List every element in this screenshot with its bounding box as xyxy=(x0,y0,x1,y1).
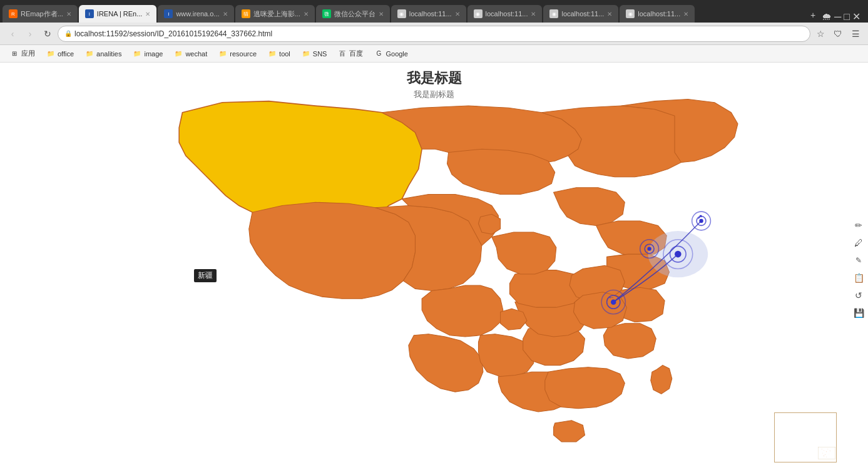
bookmark-star-icon[interactable]: ☆ xyxy=(813,26,828,41)
browser-tab-tab8[interactable]: ◉ localhost:11... ✕ xyxy=(543,5,618,23)
map-sub-title: 我是副标题 xyxy=(0,89,868,100)
bookmark-icon: 📁 xyxy=(174,49,183,58)
mini-map xyxy=(774,412,837,462)
back-button[interactable]: ‹ xyxy=(5,26,20,41)
tab-close-icon[interactable]: ✕ xyxy=(145,11,150,18)
browser-tab-tab5[interactable]: 微 微信公众平台 ✕ xyxy=(316,5,390,23)
node-1-arrow: ← xyxy=(608,294,615,301)
tab-close-icon[interactable]: ✕ xyxy=(66,11,71,18)
browser-tab-tab6[interactable]: ◉ localhost:11... ✕ xyxy=(391,5,466,23)
tab-close-icon[interactable]: ✕ xyxy=(531,11,536,18)
tab-close-icon[interactable]: ✕ xyxy=(304,11,309,18)
bookmark-image[interactable]: 📁 image xyxy=(128,47,168,61)
mini-map-svg xyxy=(775,413,836,462)
bookmark-icon: 📁 xyxy=(46,49,55,58)
tab-favicon: ◉ xyxy=(474,9,483,18)
browser-tab-tab7[interactable]: ◉ localhost:11... ✕ xyxy=(467,5,543,23)
tab-favicon: ◉ xyxy=(397,9,406,18)
sichuan[interactable] xyxy=(422,285,503,337)
taiwan[interactable] xyxy=(651,365,672,394)
tab-favicon: I xyxy=(164,9,173,18)
ningxia[interactable] xyxy=(478,214,500,234)
bookmark-label: tool xyxy=(279,50,290,58)
tab-title: 微信公众平台 xyxy=(334,9,375,19)
new-tab-button[interactable]: + xyxy=(805,8,820,23)
bookmark-wechat[interactable]: 📁 wechat xyxy=(169,47,212,61)
guangdong[interactable] xyxy=(545,367,625,409)
nav-bar: ‹ › ↻ 🔒 localhost:11592/session/ID_20161… xyxy=(0,23,868,45)
close-button[interactable]: ✕ xyxy=(852,11,860,23)
pencil-icon[interactable]: ✎ xyxy=(851,253,866,268)
document-icon[interactable]: 📋 xyxy=(851,270,866,285)
browser-tab-tab1[interactable]: R REmap作者... ✕ xyxy=(3,5,78,23)
tab-title: 逃咪爱上海影... xyxy=(253,9,300,19)
tab-close-icon[interactable]: ✕ xyxy=(379,11,384,18)
bookmark-office[interactable]: 📁 office xyxy=(41,47,79,61)
bookmark-label: SNS xyxy=(313,50,327,58)
maximize-button[interactable]: □ xyxy=(844,11,850,23)
fujian[interactable] xyxy=(603,324,656,359)
tab-title: localhost:11... xyxy=(409,10,452,18)
address-bar[interactable]: 🔒 localhost:11592/session/ID_20161015192… xyxy=(58,26,810,42)
extensions-icon[interactable]: 🛡 xyxy=(830,26,845,41)
chongqing[interactable] xyxy=(501,309,528,330)
main-content: 我是标题 我是副标题 xyxy=(0,63,868,475)
node-2-inner xyxy=(675,251,682,258)
forward-button[interactable]: › xyxy=(23,26,38,41)
tab-title: IRENA | REn... xyxy=(97,10,143,18)
svg-point-5 xyxy=(825,454,825,455)
pen-icon[interactable]: 🖊 xyxy=(851,235,866,250)
bookmark-icon: ⊞ xyxy=(10,49,19,58)
tab-favicon: I xyxy=(85,9,94,18)
browser-tab-tab2[interactable]: I IRENA | REn... ✕ xyxy=(79,5,157,23)
bookmark-label: analities xyxy=(96,50,121,58)
yunnan[interactable] xyxy=(409,334,483,392)
bookmark-tool[interactable]: 📁 tool xyxy=(263,47,295,61)
tab-title: localhost:11... xyxy=(638,10,680,18)
refresh-button[interactable]: ↻ xyxy=(40,26,55,41)
hainan[interactable] xyxy=(554,421,585,442)
bookmark-icon: G xyxy=(374,49,383,58)
tab-close-icon[interactable]: ✕ xyxy=(455,11,460,18)
node-3-arrow: ↗ xyxy=(697,213,702,220)
browser-tab-tab4[interactable]: 猫 逃咪爱上海影... ✕ xyxy=(235,5,315,23)
bookmark-label: office xyxy=(58,50,74,58)
china-map-svg: ← ↗ xyxy=(0,63,830,475)
weather-icon: 🌧 xyxy=(822,11,832,23)
bookmark-analities[interactable]: 📁 analities xyxy=(80,47,126,61)
refresh-icon[interactable]: ↺ xyxy=(851,288,866,303)
bookmark-label: wechat xyxy=(185,50,207,58)
node-4-inner xyxy=(647,247,651,250)
bookmark-resource[interactable]: 📁 resource xyxy=(213,47,262,61)
edit-pen-icon[interactable]: ✏ xyxy=(851,218,866,233)
tab-title: REmap作者... xyxy=(21,9,63,19)
bookmark-应用[interactable]: ⊞ 应用 xyxy=(5,47,40,61)
svg-point-1 xyxy=(822,449,822,449)
tab-favicon: R xyxy=(9,9,18,18)
tab-close-icon[interactable]: ✕ xyxy=(223,11,228,18)
browser-tab-tab3[interactable]: I www.irena.o... ✕ xyxy=(158,5,233,23)
bookmark-label: Google xyxy=(385,50,407,58)
menu-icon[interactable]: ☰ xyxy=(848,26,863,41)
bookmark-icon: 📁 xyxy=(85,49,94,58)
tab-close-icon[interactable]: ✕ xyxy=(683,11,688,18)
tab-favicon: ◉ xyxy=(626,9,635,18)
bookmark-Google[interactable]: G Google xyxy=(369,47,412,61)
shaanxi[interactable] xyxy=(492,232,556,274)
minimize-button[interactable]: ─ xyxy=(834,11,841,23)
svg-point-7 xyxy=(830,451,830,451)
hebei[interactable] xyxy=(554,188,625,226)
address-text: localhost:11592/session/ID_2016101519264… xyxy=(74,29,804,38)
bookmark-百度[interactable]: 百 百度 xyxy=(333,47,368,61)
tab-favicon: 猫 xyxy=(242,9,250,18)
save-icon[interactable]: 💾 xyxy=(851,305,866,320)
tab-bar: R REmap作者... ✕ I IRENA | REn... ✕ I www.… xyxy=(0,0,868,23)
browser-tab-tab9[interactable]: ◉ localhost:11... ✕ xyxy=(620,5,695,23)
tab-favicon: 微 xyxy=(322,9,331,18)
bookmark-SNS[interactable]: 📁 SNS xyxy=(297,47,332,61)
tab-close-icon[interactable]: ✕ xyxy=(607,11,612,18)
tibet[interactable] xyxy=(249,202,416,299)
svg-rect-0 xyxy=(819,447,835,459)
bookmark-icon: 百 xyxy=(338,49,347,58)
bookmark-label: 百度 xyxy=(349,49,363,58)
